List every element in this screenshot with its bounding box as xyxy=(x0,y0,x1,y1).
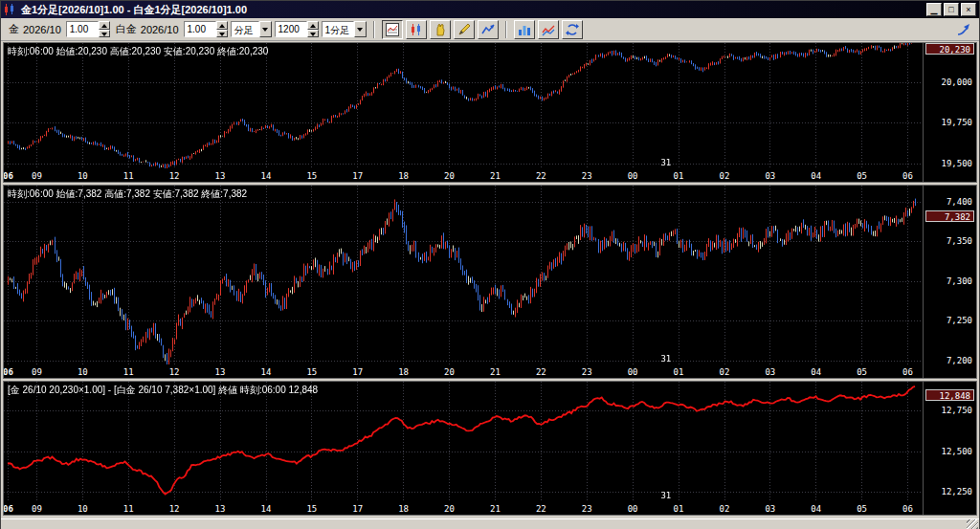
date-change-marker: 31 xyxy=(660,158,671,167)
timeframe-value[interactable]: 1分足 xyxy=(322,21,355,37)
chart-settings-icon xyxy=(386,23,399,36)
y-axis-tick: 19,750 xyxy=(941,118,972,127)
gold-multiplier-stepper: 1.00 xyxy=(66,21,110,37)
gold-chart-panel: 時刻:06:00 始値:20,230 高値:20,230 安値:20,230 終… xyxy=(3,42,977,183)
spread-chart-plot[interactable] xyxy=(4,382,923,501)
gold-price-axis[interactable]: 20,00019,75019,50020,230 xyxy=(923,43,976,182)
y-axis-tick: 7,400 xyxy=(947,197,972,207)
x-axis-label: 13 xyxy=(215,171,226,181)
x-axis-label: 02 xyxy=(720,171,730,181)
x-axis-label: 04 xyxy=(811,504,821,514)
platinum-multiplier-down-button[interactable] xyxy=(216,30,228,38)
current-price-badge: 12,848 xyxy=(925,389,974,401)
gold-contract[interactable]: 2026/10 xyxy=(23,24,61,35)
x-axis-label: 18 xyxy=(398,504,409,514)
x-axis-label: 22 xyxy=(536,504,546,514)
line-study-button[interactable] xyxy=(478,20,499,39)
chart-settings-button[interactable] xyxy=(382,20,403,39)
y-axis-tick: 12,500 xyxy=(941,447,972,456)
x-axis-label: 01 xyxy=(674,504,684,514)
platinum-contract[interactable]: 2026/10 xyxy=(141,24,179,35)
gold-multiplier-up-button[interactable] xyxy=(99,21,110,30)
y-axis-tick: 7,250 xyxy=(947,316,972,325)
minimize-button[interactable]: ▁ xyxy=(926,3,942,16)
refresh-button[interactable] xyxy=(562,20,583,39)
close-button[interactable]: × xyxy=(961,3,976,16)
platinum-multiplier-stepper: 1.00 xyxy=(184,21,228,37)
x-axis-label: 04 xyxy=(811,171,821,181)
platinum-multiplier-up-button[interactable] xyxy=(216,21,228,30)
x-axis-label: 12 xyxy=(169,367,180,377)
gold-chart-plot[interactable] xyxy=(4,43,923,168)
hand-icon xyxy=(434,23,447,36)
bar-count-up-button[interactable] xyxy=(307,21,319,30)
x-axis-label: 13 xyxy=(215,504,226,514)
x-axis-label: 14 xyxy=(261,504,272,514)
y-axis-tick: 20,000 xyxy=(941,77,972,87)
pencil-icon xyxy=(457,23,471,36)
x-axis-label: 21 xyxy=(490,504,501,514)
x-axis-label: 12 xyxy=(169,504,180,514)
bar-chart-button[interactable] xyxy=(514,20,535,39)
gold-label: 金 xyxy=(9,22,19,36)
platinum-label: 白金 xyxy=(116,22,137,36)
platinum-chart-panel: 時刻:06:00 始値:7,382 高値:7,382 安値:7,382 終値:7… xyxy=(3,185,977,379)
scroll-latest-button[interactable] xyxy=(953,20,974,39)
spread-chart-info: [金 26/10 20,230×1.00] - [白金 26/10 7,382×… xyxy=(8,384,318,397)
platinum-multiplier-value[interactable]: 1.00 xyxy=(184,21,216,37)
x-axis-label: 02 xyxy=(720,367,730,377)
x-axis-label: 14 xyxy=(261,367,272,377)
resize-grip-icon[interactable] xyxy=(967,519,978,529)
bar-count-down-button[interactable] xyxy=(307,30,319,38)
x-axis-label: 22 xyxy=(536,367,546,377)
x-axis-label: 13 xyxy=(215,367,226,377)
x-axis-label: 11 xyxy=(123,504,134,514)
x-axis-label: 20 xyxy=(444,367,455,377)
timeframe-dropdown-button[interactable] xyxy=(354,21,367,37)
x-axis-label: 04 xyxy=(811,367,821,377)
candlestick-icon xyxy=(410,23,423,36)
bar-count-value[interactable]: 1200 xyxy=(275,21,307,37)
refresh-icon xyxy=(566,23,579,36)
x-axis-label: 11 xyxy=(123,367,134,377)
x-axis-label: 05 xyxy=(857,171,867,181)
x-axis-label: 09 xyxy=(32,504,42,514)
draw-pencil-button[interactable] xyxy=(454,20,475,39)
gold-multiplier-down-button[interactable] xyxy=(99,30,110,38)
spread-price-axis[interactable]: 12,75012,50012,25012,848 xyxy=(923,382,976,515)
date-change-marker: 31 xyxy=(660,491,671,500)
pan-hand-button[interactable] xyxy=(430,20,451,39)
platinum-time-axis[interactable]: 0609101112131415171820212223000102030405… xyxy=(4,364,923,378)
gold-multiplier-value[interactable]: 1.00 xyxy=(66,21,99,37)
x-axis-label: 01 xyxy=(674,171,684,181)
candle-chart-button[interactable] xyxy=(406,20,427,39)
x-axis-label: 20 xyxy=(444,171,455,181)
window-title: 金1分足[2026/10]1.00 - 白金1分足[2026/10]1.00 xyxy=(21,3,247,17)
gold-time-axis[interactable]: 0609101112131415171820212223000102030405… xyxy=(4,168,923,182)
spread-time-axis[interactable]: 0609101112131415171820212223000102030405… xyxy=(4,501,923,515)
x-axis-label: 23 xyxy=(582,367,592,377)
period-type-dropdown-button[interactable] xyxy=(259,21,272,37)
x-axis-label: 10 xyxy=(78,171,88,181)
x-axis-label: 05 xyxy=(857,367,867,377)
x-axis-label: 17 xyxy=(352,504,363,514)
x-axis-label: 00 xyxy=(628,367,638,377)
x-axis-label: 03 xyxy=(765,504,775,514)
platinum-price-axis[interactable]: 7,4007,3507,3007,2507,2007,382 xyxy=(923,186,976,378)
x-axis-label: 21 xyxy=(490,367,501,377)
platinum-chart-plot[interactable] xyxy=(4,186,923,364)
period-type-value[interactable]: 分足 xyxy=(231,21,259,37)
compare-chart-button[interactable] xyxy=(538,20,559,39)
x-axis-label: 00 xyxy=(628,171,638,181)
maximize-button[interactable]: □ xyxy=(944,3,959,16)
x-axis-label: 15 xyxy=(306,504,317,514)
x-axis-label: 02 xyxy=(720,504,730,514)
chart-area: 時刻:06:00 始値:20,230 高値:20,230 安値:20,230 終… xyxy=(1,41,979,518)
x-axis-label: 17 xyxy=(352,171,363,181)
current-price-badge: 20,230 xyxy=(925,43,974,55)
timeframe-select[interactable]: 1分足 xyxy=(322,21,368,37)
period-type-select[interactable]: 分足 xyxy=(231,21,272,37)
x-axis-label: 14 xyxy=(261,171,272,181)
toolbar-separator xyxy=(505,21,507,38)
x-axis-label: 12 xyxy=(169,171,180,181)
